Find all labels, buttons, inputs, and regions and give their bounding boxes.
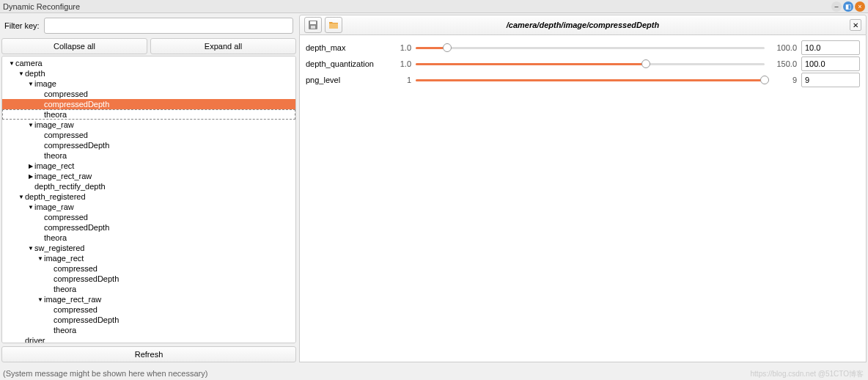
minimize-icon[interactable]: – xyxy=(831,1,842,12)
tree-node-label: theora xyxy=(54,326,76,335)
titlebar-controls: – ◧ × xyxy=(831,1,865,12)
tree-node[interactable]: compressedDepth xyxy=(2,274,295,284)
tree-node-label: depth_registered xyxy=(25,192,86,201)
param-value-input[interactable] xyxy=(801,56,860,71)
slider-thumb[interactable] xyxy=(443,43,452,52)
tree-node[interactable]: compressed xyxy=(2,263,295,274)
status-text: (System message might be shown here when… xyxy=(3,369,207,378)
maximize-icon[interactable]: ◧ xyxy=(843,1,853,12)
save-icon[interactable] xyxy=(304,17,322,33)
chevron-down-icon[interactable]: ▼ xyxy=(18,194,25,200)
param-slider[interactable] xyxy=(416,43,765,53)
tree-node-label: compressedDepth xyxy=(44,223,109,232)
param-name: depth_max xyxy=(306,43,386,52)
tree-node[interactable]: compressedDepth xyxy=(2,140,295,150)
tree-node[interactable]: compressed xyxy=(2,304,295,315)
tree-node-label: image_raw xyxy=(34,202,74,211)
tree-node[interactable]: ▼image_rect_raw xyxy=(2,294,295,304)
tree-node-label: theora xyxy=(44,110,67,119)
tree-node-label: compressed xyxy=(54,264,98,273)
refresh-button[interactable]: Refresh xyxy=(1,346,296,362)
expand-all-button[interactable]: Expand all xyxy=(150,38,296,54)
chevron-down-icon[interactable]: ▼ xyxy=(27,245,34,252)
param-slider[interactable] xyxy=(416,59,765,69)
tree-node[interactable]: compressed xyxy=(2,130,295,140)
tree-node[interactable]: ▼depth_registered xyxy=(2,191,295,202)
tree-node-label: compressed xyxy=(54,305,98,314)
panel-title: /camera/depth/image/compressedDepth xyxy=(507,21,659,29)
tree-node-label: image_rect xyxy=(34,161,74,170)
tree-node[interactable]: ▼depth xyxy=(2,68,295,78)
param-min: 1.0 xyxy=(391,43,411,52)
chevron-right-icon[interactable]: ▶ xyxy=(27,163,34,169)
tree-node[interactable]: compressedDepth xyxy=(2,315,295,325)
param-row: depth_quantization1.0150.0 xyxy=(306,56,860,72)
tree-node-label: compressedDepth xyxy=(44,141,109,150)
chevron-down-icon[interactable]: ▼ xyxy=(27,204,34,211)
tree-node-label: sw_registered xyxy=(34,244,84,252)
chevron-down-icon[interactable]: ▼ xyxy=(18,70,25,77)
tree-node[interactable]: ▼camera xyxy=(2,58,295,68)
tree-node-label: depth xyxy=(25,69,45,78)
tree-node[interactable]: ▼image_raw xyxy=(2,120,295,130)
tree-node-label: compressedDepth xyxy=(54,274,119,283)
param-slider[interactable] xyxy=(416,75,765,85)
chevron-down-icon[interactable]: ▼ xyxy=(37,255,44,262)
tree-node[interactable]: theora xyxy=(2,233,295,243)
filter-row: Filter key: xyxy=(1,15,296,37)
params-container: depth_max1.0100.0depth_quantization1.015… xyxy=(299,35,867,362)
chevron-down-icon[interactable]: ▼ xyxy=(8,60,15,67)
tree-node[interactable]: ▶image_rect_raw xyxy=(2,171,295,181)
filter-input[interactable] xyxy=(44,18,293,34)
tree-node[interactable]: ▶image_rect xyxy=(2,161,295,171)
tree-node-label: theora xyxy=(54,285,76,293)
tree-node-label: image_rect xyxy=(44,254,84,263)
svg-rect-1 xyxy=(310,21,316,24)
chevron-right-icon[interactable]: ▶ xyxy=(27,173,34,180)
param-row: depth_max1.0100.0 xyxy=(306,40,860,56)
tree-node-label: image_raw xyxy=(34,120,74,129)
tree-node[interactable]: compressedDepth xyxy=(2,99,295,109)
tree-node[interactable]: compressed xyxy=(2,89,295,99)
chevron-down-icon[interactable]: ▼ xyxy=(37,296,44,303)
status-bar: (System message might be shown here when… xyxy=(0,367,868,380)
tree-node[interactable]: driver xyxy=(2,335,295,343)
tree-node[interactable]: ▼image xyxy=(2,78,295,89)
tree-node[interactable]: ▼sw_registered xyxy=(2,243,295,253)
tree-node-label: image xyxy=(34,79,56,88)
tree-node[interactable]: ▼image_raw xyxy=(2,202,295,212)
param-max: 150.0 xyxy=(769,59,797,68)
tree-node-label: compressed xyxy=(44,213,88,222)
filter-label: Filter key: xyxy=(4,21,40,30)
tree-node[interactable]: depth_rectify_depth xyxy=(2,181,295,191)
tree-node[interactable]: theora xyxy=(2,284,295,294)
tree-node-label: depth_rectify_depth xyxy=(34,182,106,191)
tree-node[interactable]: theora xyxy=(2,109,295,120)
param-max: 9 xyxy=(769,76,797,84)
chevron-down-icon[interactable]: ▼ xyxy=(27,122,34,128)
tree-node[interactable]: ▼image_rect xyxy=(2,253,295,263)
node-tree[interactable]: ▼camera▼depth▼imagecompressedcompressedD… xyxy=(1,56,296,343)
param-max: 100.0 xyxy=(769,43,797,52)
tree-node[interactable]: theora xyxy=(2,150,295,161)
tree-node-label: image_rect_raw xyxy=(34,172,92,180)
slider-thumb[interactable] xyxy=(760,76,769,84)
tree-node-label: compressed xyxy=(44,89,88,98)
close-icon[interactable]: × xyxy=(855,1,865,12)
tree-node-label: image_rect_raw xyxy=(44,295,101,304)
collapse-all-button[interactable]: Collapse all xyxy=(1,38,147,54)
panel-close-icon[interactable]: ✕ xyxy=(850,19,861,31)
param-value-input[interactable] xyxy=(801,40,860,55)
tree-node-label: theora xyxy=(44,151,67,160)
slider-thumb[interactable] xyxy=(641,59,650,68)
tree-node[interactable]: compressedDepth xyxy=(2,222,295,233)
param-value-input[interactable] xyxy=(801,73,860,87)
window-title: Dynamic Reconfigure xyxy=(3,2,80,11)
open-folder-icon[interactable] xyxy=(325,17,342,33)
tree-node[interactable]: theora xyxy=(2,325,295,335)
param-min: 1.0 xyxy=(391,59,411,68)
tree-node[interactable]: compressed xyxy=(2,212,295,222)
chevron-down-icon[interactable]: ▼ xyxy=(27,81,34,87)
svg-rect-2 xyxy=(311,26,315,29)
collapse-expand-row: Collapse all Expand all xyxy=(1,38,296,54)
